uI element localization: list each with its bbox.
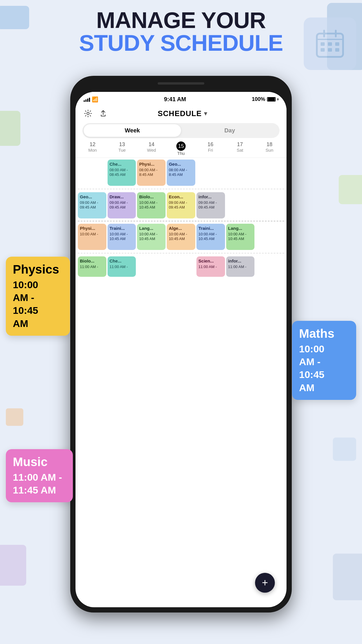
bg-decoration-bottom-left: [0, 545, 26, 586]
physics-floating-card: Physics 10:00AM -10:45AM: [6, 257, 70, 336]
bg-decoration-square2: [333, 438, 356, 461]
day-col-mon: 12 Mon: [78, 141, 107, 156]
event-tue-r2[interactable]: Draw... 09:00 AM - 09:45 AM: [108, 192, 136, 218]
schedule-row-4: Biolo... 11:00 AM - Che... 11:00 AM - Sc…: [75, 255, 287, 279]
maths-card-time: 10:00AM -10:45AM: [299, 343, 324, 393]
header-line1: MANAGE YOUR: [0, 9, 362, 32]
event-thu-r1[interactable]: Geo... 08:00 AM - 8:45 AM: [167, 160, 195, 186]
maths-floating-card: Maths 10:00AM -10:45AM: [292, 321, 356, 400]
schedule-row-2: Geo... 09:00 AM - 09:45 AM Draw... 09:00…: [75, 190, 287, 220]
event-fri-r3[interactable]: Traini... 10:00 AM - 10:45 AM: [196, 224, 225, 250]
bg-decoration-square1: [6, 408, 23, 426]
view-toggle: Week Day: [82, 123, 280, 138]
music-floating-card: Music 11:00 AM - 11:45 AM: [6, 449, 73, 502]
schedule-row-3: Physi... 10:00 AM - Traini... 10:00 AM -…: [75, 222, 287, 252]
day-col-tue: 13 Tue: [107, 141, 137, 156]
week-toggle[interactable]: Week: [84, 124, 181, 137]
wifi-icon: 📶: [92, 96, 98, 103]
schedule-row-1: Che... 08:00 AM - 08:45 AM Physi... 08:0…: [75, 158, 287, 188]
event-sat-r4[interactable]: infor... 11:00 AM -: [226, 256, 255, 277]
event-fri-r2[interactable]: infor... 09:00 AM - 09:45 AM: [196, 192, 225, 218]
bg-decoration-mid-right: [339, 175, 362, 204]
event-mon-r3[interactable]: Physi... 10:00 AM -: [78, 224, 106, 250]
physics-card-time: 10:00AM -10:45AM: [13, 279, 38, 329]
day-col-wed: 14 Wed: [137, 141, 166, 156]
battery-icon: [267, 97, 276, 102]
app-header: SCHEDULE ▾: [75, 105, 287, 121]
event-mon-r2[interactable]: Geo... 09:00 AM - 09:45 AM: [78, 192, 106, 218]
event-sat-r2: [226, 192, 255, 218]
day-col-fri: 16 Fri: [196, 141, 225, 156]
phone-frame: 📶 9:41 AM 100%: [70, 76, 292, 612]
event-thu-r2[interactable]: Econ... 09:00 AM - 09:45 AM: [167, 192, 195, 218]
day-col-thu: 15 Thu: [166, 141, 196, 156]
row-separator-2: [78, 221, 284, 221]
phone-notch: [158, 82, 204, 85]
event-fri-r1: [196, 160, 225, 186]
app-title: SCHEDULE ▾: [158, 109, 207, 118]
row-separator-1: [78, 189, 284, 189]
status-right: 100%: [252, 96, 278, 102]
event-thu-r3[interactable]: Alge... 10:00 AM - 10:45 AM: [167, 224, 195, 250]
svg-point-10: [87, 112, 89, 115]
maths-card-subject: Maths: [299, 327, 349, 341]
event-sun-r4: [256, 256, 284, 277]
event-sun-r2: [256, 192, 284, 218]
status-time: 9:41 AM: [164, 96, 186, 103]
header-section: MANAGE YOUR STUDY SCHEDULE: [0, 9, 362, 54]
settings-icon[interactable]: [82, 108, 94, 119]
day-col-sun: 18 Sun: [255, 141, 284, 156]
event-wed-r1[interactable]: Physi... 08:00 AM - 8:45 AM: [137, 160, 166, 186]
bg-decoration-mid-left: [0, 111, 20, 146]
share-icon[interactable]: [98, 108, 109, 119]
event-wed-r2[interactable]: Biolo... 10:00 AM - 10:45 AM: [137, 192, 166, 218]
event-sat-r1: [226, 160, 255, 186]
event-sun-r3: [256, 224, 284, 250]
header-icons-left: [82, 108, 109, 119]
music-card-time: 11:00 AM - 11:45 AM: [13, 472, 62, 496]
event-mon-r1: [78, 160, 106, 186]
event-thu-r4: [167, 256, 195, 277]
status-left: 📶: [84, 96, 98, 103]
event-sat-r3[interactable]: Lang... 10:00 AM - 10:45 AM: [226, 224, 255, 250]
bg-decoration-bottom-right: [333, 554, 362, 600]
battery-percent: 100%: [252, 96, 265, 102]
event-tue-r1[interactable]: Che... 08:00 AM - 08:45 AM: [108, 160, 136, 186]
chevron-down-icon[interactable]: ▾: [204, 110, 207, 117]
event-tue-r4[interactable]: Che... 11:00 AM -: [108, 256, 136, 277]
physics-card-subject: Physics: [13, 262, 63, 276]
event-tue-r3[interactable]: Traini... 10:00 AM - 10:45 AM: [108, 224, 136, 250]
day-toggle[interactable]: Day: [181, 124, 278, 137]
day-headers: 12 Mon 13 Tue 14 Wed 15 Thu 16 Fri 17 Sa…: [75, 140, 287, 158]
phone-screen: 📶 9:41 AM 100%: [75, 92, 287, 607]
day-col-sat: 17 Sat: [225, 141, 255, 156]
event-fri-r4[interactable]: Scien... 11:00 AM -: [196, 256, 225, 277]
header-line2: STUDY SCHEDULE: [0, 32, 362, 54]
add-event-fab[interactable]: +: [255, 573, 275, 593]
event-sun-r1: [256, 160, 284, 186]
signal-icon: [84, 97, 90, 102]
event-wed-r4: [137, 256, 166, 277]
event-mon-r4[interactable]: Biolo... 11:00 AM -: [78, 256, 106, 277]
row-separator-3: [78, 253, 284, 253]
status-bar: 📶 9:41 AM 100%: [75, 92, 287, 105]
event-wed-r3[interactable]: Lang... 10:00 AM - 10:45 AM: [137, 224, 166, 250]
music-card-subject: Music: [13, 455, 66, 469]
